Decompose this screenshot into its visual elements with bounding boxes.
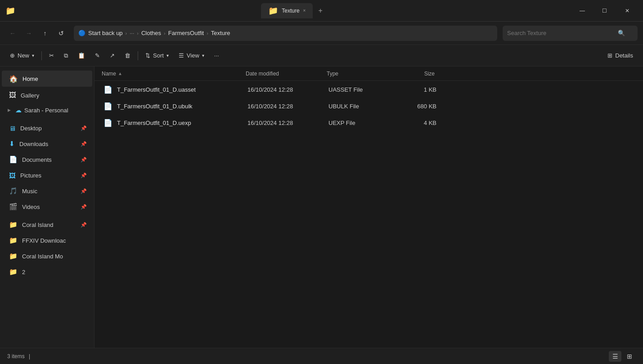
more-options-button[interactable]: ··· bbox=[210, 48, 224, 64]
sidebar-videos-label: Videos bbox=[22, 204, 40, 210]
address-more-button[interactable]: ··· bbox=[130, 30, 134, 36]
address-part3: FarmersOutfit bbox=[168, 30, 204, 36]
file-date: 16/10/2024 12:28 bbox=[247, 103, 293, 110]
close-button[interactable]: ✕ bbox=[617, 4, 638, 18]
sidebar-item-coral-island[interactable]: 📁 Coral Island 📌 bbox=[2, 217, 92, 232]
sidebar-item-gallery[interactable]: 🖼 Gallery bbox=[2, 87, 92, 103]
table-row[interactable]: 📄 T_FarmersOutfit_01_D.uasset 16/10/2024… bbox=[96, 81, 641, 98]
window-controls: — ☐ ✕ bbox=[572, 4, 638, 18]
column-name[interactable]: Name ▲ bbox=[102, 71, 246, 77]
music-pin-icon: 📌 bbox=[81, 188, 87, 194]
sidebar-item-pictures[interactable]: 🖼 Pictures 📌 bbox=[2, 168, 92, 183]
file-date: 16/10/2024 12:28 bbox=[247, 120, 293, 126]
column-type[interactable]: Type bbox=[327, 71, 390, 77]
grid-view-button[interactable]: ⊞ bbox=[623, 351, 636, 362]
file-date: 16/10/2024 12:28 bbox=[247, 86, 293, 93]
view-chevron-icon: ▾ bbox=[202, 53, 204, 58]
sidebar-item-coral-island-mo[interactable]: 📁 Coral Island Mo bbox=[2, 249, 92, 264]
rename-button[interactable]: ✎ bbox=[90, 48, 104, 64]
more-icon: ··· bbox=[214, 52, 219, 59]
column-size-label: Size bbox=[424, 71, 435, 77]
paste-button[interactable]: 📋 bbox=[73, 48, 90, 64]
tab-icon: 📁 bbox=[268, 6, 278, 16]
view-label: View bbox=[187, 52, 199, 59]
sidebar-section-sarah[interactable]: ▶ ☁ Sarah - Personal bbox=[0, 104, 94, 116]
rename-icon: ✎ bbox=[95, 52, 100, 59]
details-label: Details bbox=[615, 52, 633, 59]
minimize-button[interactable]: — bbox=[572, 4, 593, 18]
downloads-pin-icon: 📌 bbox=[81, 141, 87, 147]
sidebar-item-documents[interactable]: 📄 Documents 📌 bbox=[2, 152, 92, 167]
file-name-cell: 📄 T_FarmersOutfit_01_D.uasset bbox=[103, 85, 247, 94]
item-count: 3 items bbox=[7, 353, 25, 360]
sort-button[interactable]: ⇅ Sort ▾ bbox=[141, 48, 173, 64]
address-sep1: › bbox=[126, 31, 127, 36]
sidebar-item-home[interactable]: 🏠 Home bbox=[2, 71, 92, 87]
sidebar-item-videos[interactable]: 🎬 Videos 📌 bbox=[2, 199, 92, 214]
copy-icon: ⧉ bbox=[64, 52, 68, 59]
pictures-pin-icon: 📌 bbox=[81, 173, 87, 178]
back-button[interactable]: ← bbox=[5, 26, 20, 40]
copy-button[interactable]: ⧉ bbox=[59, 48, 72, 64]
app-icon: 📁 bbox=[5, 6, 15, 16]
file-size: 680 KB bbox=[417, 103, 436, 110]
refresh-icon: ↺ bbox=[58, 30, 64, 37]
column-date-label: Date modified bbox=[246, 71, 279, 77]
forward-button[interactable]: → bbox=[22, 26, 36, 40]
pin-icon: 📌 bbox=[81, 125, 87, 131]
delete-button[interactable]: 🗑 bbox=[120, 48, 135, 64]
sidebar-item-2[interactable]: 📁 2 bbox=[2, 264, 92, 280]
home-icon: 🏠 bbox=[9, 75, 18, 83]
search-bar[interactable]: 🔍 bbox=[503, 26, 638, 41]
active-tab[interactable]: 📁 Texture × bbox=[261, 3, 313, 18]
file-area: Name ▲ Date modified Type Size 📄 T_Farme… bbox=[94, 67, 643, 348]
maximize-button[interactable]: ☐ bbox=[594, 4, 615, 18]
address-bar[interactable]: 🔵 Start back up › ··· › Clothes › Farmer… bbox=[74, 26, 497, 41]
file-size-cell: 680 KB bbox=[391, 103, 436, 110]
search-input[interactable] bbox=[507, 30, 615, 36]
forward-icon: → bbox=[26, 30, 32, 37]
table-row[interactable]: 📄 T_FarmersOutfit_01_D.ubulk 16/10/2024 … bbox=[96, 98, 641, 114]
sidebar-item-music[interactable]: 🎵 Music 📌 bbox=[2, 183, 92, 199]
file-date-cell: 16/10/2024 12:28 bbox=[247, 120, 328, 126]
list-view-button[interactable]: ☰ bbox=[609, 351, 621, 362]
address-sep3: › bbox=[164, 31, 166, 36]
view-icon: ☰ bbox=[179, 52, 184, 59]
title-bar-left: 📁 bbox=[5, 6, 15, 16]
file-size: 1 KB bbox=[424, 86, 436, 93]
sidebar-item-ffxiv[interactable]: 📁 FFXIV Downloac bbox=[2, 233, 92, 248]
share-button[interactable]: ↗ bbox=[105, 48, 119, 64]
cloud-icon: ☁ bbox=[15, 107, 22, 114]
tab-close-button[interactable]: × bbox=[303, 8, 306, 13]
new-label: New bbox=[18, 52, 29, 59]
new-button[interactable]: ⊕ New ▾ bbox=[5, 48, 39, 64]
column-size[interactable]: Size bbox=[390, 71, 435, 77]
table-row[interactable]: 📄 T_FarmersOutfit_01_D.uexp 16/10/2024 1… bbox=[96, 115, 641, 131]
refresh-button[interactable]: ↺ bbox=[54, 26, 68, 40]
up-button[interactable]: ↑ bbox=[38, 26, 52, 40]
column-date[interactable]: Date modified bbox=[246, 71, 327, 77]
details-button[interactable]: ⊞ Details bbox=[603, 48, 638, 64]
sidebar-desktop-label: Desktop bbox=[20, 125, 42, 132]
new-tab-button[interactable]: + bbox=[315, 5, 326, 17]
cut-button[interactable]: ✂ bbox=[45, 48, 58, 64]
file-icon: 📄 bbox=[103, 119, 112, 127]
sidebar-item-desktop[interactable]: 🖥 Desktop 📌 bbox=[2, 120, 92, 136]
file-type: UBULK File bbox=[328, 103, 359, 110]
divider-1 bbox=[41, 51, 42, 60]
view-button[interactable]: ☰ View ▾ bbox=[174, 48, 209, 64]
coral-island-folder-icon: 📁 bbox=[9, 221, 18, 229]
paste-icon: 📋 bbox=[78, 52, 85, 59]
sidebar: 🏠 Home 🖼 Gallery ▶ ☁ Sarah - Personal 🖥 … bbox=[0, 67, 94, 348]
file-name: T_FarmersOutfit_01_D.uasset bbox=[117, 86, 196, 93]
chevron-right-icon: ▶ bbox=[5, 107, 13, 114]
command-bar: ⊕ New ▾ ✂ ⧉ 📋 ✎ ↗ 🗑 ⇅ Sort ▾ ☰ View ▾ ··… bbox=[0, 45, 643, 67]
address-cloud-icon: 🔵 bbox=[78, 30, 85, 36]
file-list-header: Name ▲ Date modified Type Size bbox=[94, 67, 643, 81]
file-type-cell: UEXP File bbox=[328, 120, 391, 126]
sidebar-pictures-label: Pictures bbox=[20, 172, 41, 179]
sidebar-item-downloads[interactable]: ⬇ Downloads 📌 bbox=[2, 136, 92, 151]
sort-label: Sort bbox=[153, 52, 164, 59]
new-chevron-icon: ▾ bbox=[32, 53, 34, 58]
sidebar-downloads-label: Downloads bbox=[19, 141, 48, 147]
